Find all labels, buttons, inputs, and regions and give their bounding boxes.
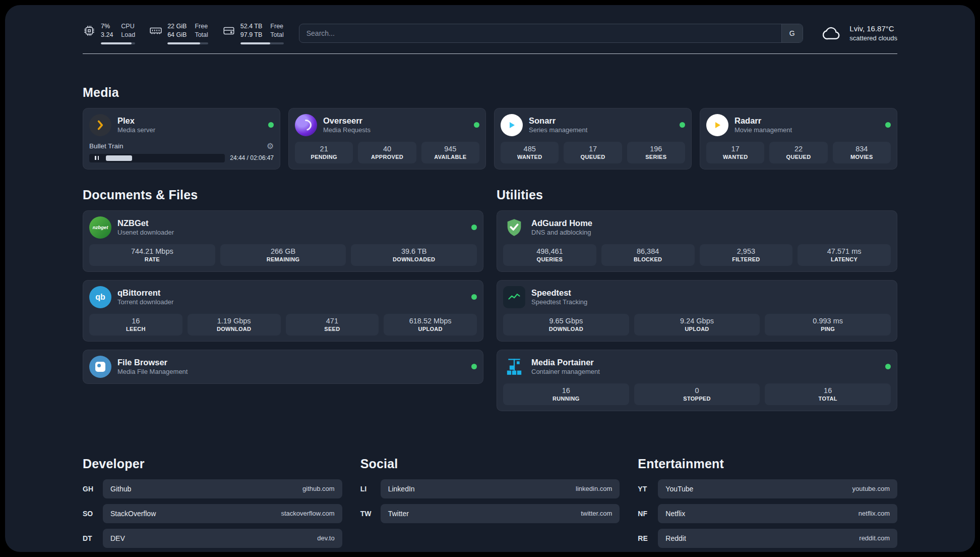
disk-values: 52.4 TB 97.9 TB: [240, 22, 263, 39]
stat-value: 40: [362, 145, 412, 153]
stat-label: QUEUED: [568, 154, 618, 160]
bookmark-pill[interactable]: Twitter twitter.com: [381, 504, 620, 523]
app-subtitle: Torrent downloader: [117, 298, 173, 307]
app-subtitle: Media server: [117, 126, 155, 135]
bookmark-pill[interactable]: LinkedIn linkedin.com: [381, 479, 620, 498]
stat-value: 17: [710, 145, 760, 153]
system-widgets: 7% 3.24 CPU Load: [83, 22, 284, 44]
cpu-label-top: CPU: [121, 22, 135, 31]
stat-value: 945: [425, 145, 475, 153]
bookmark-pill[interactable]: Github github.com: [103, 479, 342, 498]
stat-value: 9.24 Gbps: [638, 317, 756, 325]
bookmark-netflix[interactable]: NF Netflix netflix.com: [638, 504, 897, 523]
cpu-usage: 7%: [101, 22, 113, 31]
playback-progressbar[interactable]: [89, 154, 225, 162]
bookmark-stackoverflow[interactable]: SO StackOverflow stackoverflow.com: [83, 504, 342, 523]
ram-label-top: Free: [195, 22, 208, 31]
bookmark-pill[interactable]: YouTube youtube.com: [658, 479, 897, 498]
ram-progressbar: [167, 42, 208, 44]
bookmark-pill[interactable]: Netflix netflix.com: [658, 504, 897, 523]
stat-label: TOTAL: [769, 396, 887, 402]
stat-value: 86,384: [605, 247, 691, 255]
app-name: File Browser: [117, 357, 188, 368]
app-card-portainer[interactable]: Media Portainer Container management 16R…: [497, 350, 897, 411]
app-name: Speedtest: [531, 288, 587, 298]
disk-total: 97.9 TB: [240, 31, 263, 39]
stat-label: UPLOAD: [388, 326, 473, 332]
stat-tile: 21PENDING: [295, 142, 353, 163]
stat-label: STOPPED: [638, 396, 756, 402]
stat-value: 196: [631, 145, 681, 153]
stat-value: 21: [299, 145, 349, 153]
stat-label: QUERIES: [507, 256, 592, 262]
stat-value: 0.993 ms: [769, 317, 887, 325]
app-card-plex[interactable]: Plex Media server Bullet Train ⚙ 24:44 /…: [83, 108, 280, 170]
section-documents: Documents & Files nzbget NZBGet Usenet d…: [83, 188, 483, 384]
bookmark-url: netflix.com: [859, 510, 890, 517]
gear-icon[interactable]: ⚙: [267, 142, 274, 150]
app-subtitle: Media Requests: [323, 126, 371, 135]
bookmark-github[interactable]: GH Github github.com: [83, 479, 342, 498]
bookmark-url: stackoverflow.com: [281, 510, 334, 517]
bookmark-youtube[interactable]: YT YouTube youtube.com: [638, 479, 897, 498]
stat-label: SEED: [290, 326, 375, 332]
app-name: Media Portainer: [531, 357, 600, 368]
stat-tile: 17QUEUED: [564, 142, 622, 163]
search-bar[interactable]: G: [299, 24, 803, 43]
media-section-title: Media: [83, 85, 897, 100]
search-engine-button[interactable]: G: [781, 24, 803, 42]
ram-total: 64 GiB: [167, 31, 187, 39]
app-card-qbittorrent[interactable]: qb qBittorrent Torrent downloader 16LEEC…: [83, 280, 483, 342]
ram-values: 22 GiB 64 GiB: [167, 22, 187, 39]
app-card-nzbget[interactable]: nzbget NZBGet Usenet downloader 744.21 M…: [83, 210, 483, 272]
speedtest-icon: [503, 286, 525, 308]
topbar: 7% 3.24 CPU Load: [83, 5, 897, 44]
section-media: Media Plex Media server Bullet Train ⚙: [83, 85, 897, 170]
app-card-sonarr[interactable]: Sonarr Series management 485WANTED 17QUE…: [494, 108, 692, 170]
bookmark-url: youtube.com: [852, 485, 890, 492]
bookmark-pill[interactable]: DEV dev.to: [103, 529, 342, 548]
stat-value: 266 GB: [224, 247, 342, 255]
cpu-icon: [83, 24, 96, 37]
app-card-filebrowser[interactable]: File Browser Media File Management: [83, 350, 483, 384]
app-card-adguard[interactable]: AdGuard Home DNS and adblocking 498,461Q…: [497, 210, 897, 272]
bookmark-twitter[interactable]: TW Twitter twitter.com: [360, 504, 620, 523]
search-input[interactable]: [299, 24, 781, 42]
stat-value: 618.52 Mbps: [388, 317, 473, 325]
entertainment-section-title: Entertainment: [638, 457, 897, 471]
stat-tile: 9.65 GbpsDOWNLOAD: [503, 314, 629, 336]
bookmark-reddit[interactable]: RE Reddit reddit.com: [638, 529, 897, 548]
disk-progressbar: [240, 42, 284, 44]
app-name: NZBGet: [117, 218, 174, 229]
stat-value: 16: [507, 386, 625, 395]
app-card-radarr[interactable]: Radarr Movie management 17WANTED 22QUEUE…: [700, 108, 897, 170]
bookmark-name: Reddit: [665, 534, 686, 542]
bookmark-dev[interactable]: DT DEV dev.to: [83, 529, 342, 548]
pause-button[interactable]: [90, 155, 103, 161]
weather-widget: Lviv, 16.87°C scattered clouds: [820, 23, 897, 43]
bookmark-abbr: NF: [638, 510, 658, 518]
bookmark-url: dev.to: [317, 534, 334, 542]
stat-label: WANTED: [710, 154, 760, 160]
bookmark-pill[interactable]: Reddit reddit.com: [658, 529, 897, 548]
stat-value: 2,953: [704, 247, 789, 255]
bookmark-linkedin[interactable]: LI LinkedIn linkedin.com: [360, 479, 620, 498]
stat-tile: 196SERIES: [627, 142, 685, 163]
bookmark-pill[interactable]: StackOverflow stackoverflow.com: [103, 504, 342, 523]
documents-section-title: Documents & Files: [83, 188, 483, 202]
app-card-overseerr[interactable]: Overseerr Media Requests 21PENDING 40APP…: [288, 108, 486, 170]
section-entertainment: Entertainment YT YouTube youtube.com NF …: [638, 457, 897, 548]
ram-widget: 22 GiB 64 GiB Free Total: [149, 22, 208, 44]
stat-label: QUEUED: [773, 154, 823, 160]
bookmark-url: reddit.com: [859, 534, 890, 542]
stat-tile: 16TOTAL: [765, 383, 891, 405]
stat-label: LATENCY: [802, 256, 887, 262]
stat-label: DOWNLOAD: [192, 326, 277, 332]
status-dot-online: [471, 294, 477, 300]
stat-label: SERIES: [631, 154, 681, 160]
weather-location: Lviv, 16.87°C: [849, 24, 897, 34]
bookmark-name: Github: [110, 485, 131, 493]
stat-tile: 0STOPPED: [634, 383, 760, 405]
now-playing-title: Bullet Train: [89, 142, 124, 150]
app-card-speedtest[interactable]: Speedtest Speedtest Tracking 9.65 GbpsDO…: [497, 280, 897, 342]
